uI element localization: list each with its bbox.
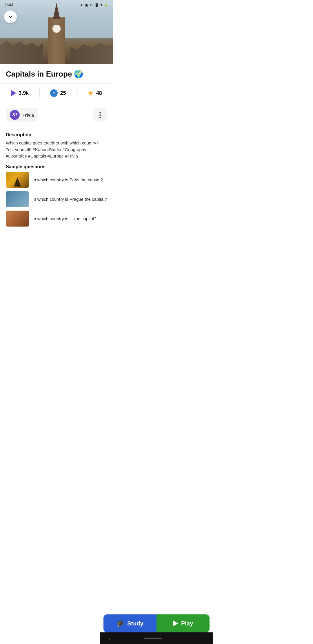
question-text-1: In which country is Paris the capital? — [32, 177, 103, 183]
sample-questions-title: Sample questions — [6, 164, 107, 169]
stat-plays: 3.9k — [11, 90, 29, 96]
question-item-1: In which country is Paris the capital? — [6, 172, 107, 188]
clock-face — [52, 24, 61, 33]
battery-icon: 🔋 — [104, 3, 108, 7]
description-text: Which capital goes together with which c… — [6, 140, 107, 160]
status-icons: ▲ ▣ ⊘ 📳 ▾ 🔋 — [80, 3, 108, 7]
clipboard-icon: ▣ — [85, 3, 88, 7]
sample-questions-section: Sample questions In which country is Par… — [6, 162, 107, 265]
stat-divider-2 — [77, 89, 77, 97]
vibrate-icon: 📳 — [94, 3, 99, 7]
star-icon: ★ — [88, 89, 94, 97]
stat-favorites: ★ 48 — [88, 89, 102, 97]
question-icon: ? — [50, 89, 58, 97]
dots-vertical-icon — [99, 112, 101, 118]
buildings-left — [0, 38, 43, 64]
kahoot-logo: K! — [10, 110, 20, 120]
question-text-3: In which country is ... the capital? — [32, 216, 97, 222]
creator-row: K! Trivia — [0, 103, 113, 127]
stat-questions: ? 25 — [50, 89, 66, 97]
wifi-icon: ▾ — [101, 3, 102, 7]
hero-image — [0, 0, 113, 64]
dot-1 — [99, 112, 101, 113]
plays-count: 3.9k — [19, 90, 29, 96]
dot-3 — [99, 117, 101, 118]
description-section: Description Which capital goes together … — [6, 127, 107, 162]
question-thumb-3 — [6, 211, 29, 227]
content-area: Capitals in Europe 🌍 3.9k ? 25 ★ 48 K! T… — [0, 64, 113, 265]
question-item-3: In which country is ... the capital? — [6, 211, 107, 227]
description-title: Description — [6, 132, 107, 138]
creator-badge: K! Trivia — [6, 108, 38, 122]
quiz-title: Capitals in Europe 🌍 — [6, 64, 107, 83]
drive-icon: ▲ — [80, 3, 83, 7]
back-button[interactable] — [4, 10, 17, 23]
buildings-right — [70, 41, 113, 64]
stat-divider-1 — [39, 89, 40, 97]
more-options-button[interactable] — [93, 108, 107, 122]
status-bar: 1:43 ▲ ▣ ⊘ 📳 ▾ 🔋 — [0, 0, 113, 8]
eiffel-tower-icon — [14, 177, 21, 187]
question-text-2: In which country is Prague the capital? — [32, 196, 107, 202]
dot-2 — [99, 114, 101, 116]
play-icon — [11, 90, 16, 96]
block-icon: ⊘ — [90, 3, 93, 7]
question-thumb-2 — [6, 191, 29, 207]
stats-row: 3.9k ? 25 ★ 48 — [0, 84, 113, 103]
question-thumb-1 — [6, 172, 29, 188]
question-item-2: In which country is Prague the capital? — [6, 191, 107, 207]
creator-name: Trivia — [23, 113, 34, 117]
questions-count: 25 — [60, 90, 66, 96]
status-time: 1:43 — [5, 2, 13, 7]
favorites-count: 48 — [96, 90, 102, 96]
